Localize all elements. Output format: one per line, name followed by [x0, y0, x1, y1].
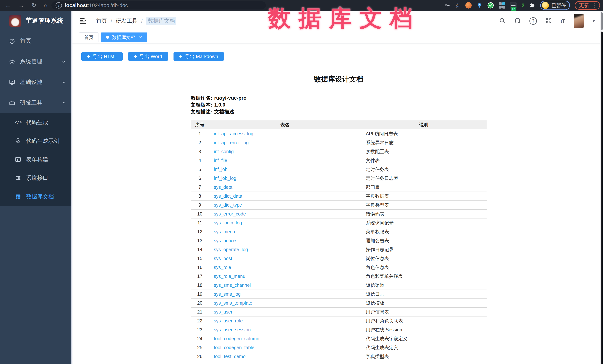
breadcrumb-separator: /: [141, 18, 143, 24]
url-bar[interactable]: i localhost:1024/tool/db-doc: [51, 1, 266, 10]
breadcrumb-home[interactable]: 首页: [96, 17, 107, 25]
export-markdown-button[interactable]: + 导出 Markdown: [174, 52, 224, 61]
table-name-link[interactable]: sys_role: [214, 265, 231, 270]
sidebar-item-home[interactable]: 首页: [0, 31, 72, 51]
extension-orange-icon[interactable]: [465, 2, 472, 9]
breadcrumb-current: 数据库文档: [146, 17, 176, 25]
table-name-link[interactable]: sys_sms_log: [214, 291, 241, 297]
table-name-link[interactable]: sys_dict_type: [214, 202, 242, 208]
table-name-link[interactable]: sys_menu: [214, 229, 235, 234]
page-scrollbar[interactable]: [600, 11, 603, 364]
col-header-name: 表名: [209, 120, 361, 129]
user-avatar[interactable]: [574, 14, 584, 28]
browser-reload-icon[interactable]: ↻: [32, 0, 36, 11]
export-word-button[interactable]: + 导出 Word: [128, 52, 168, 61]
font-size-icon[interactable]: tT: [561, 18, 565, 24]
profile-emoji-avatar: [542, 2, 549, 9]
table-name-link[interactable]: sys_login_log: [214, 220, 242, 225]
sidebar-item-label: 基础设施: [20, 78, 42, 86]
sidebar-item-infra[interactable]: 基础设施: [0, 72, 72, 92]
table-name-link[interactable]: sys_dept: [214, 185, 232, 190]
table-name-link[interactable]: sys_user_session: [214, 327, 251, 332]
table-row: 25 tool_codegen_table 代码生成表定义: [191, 343, 487, 352]
table-name-link[interactable]: inf_config: [214, 149, 234, 154]
table-desc: 菜单权限表: [361, 227, 487, 236]
table-name-link[interactable]: sys_sms_channel: [214, 283, 251, 288]
extension-2-icon[interactable]: 2: [522, 2, 525, 9]
extension-list-icon[interactable]: on: [510, 2, 517, 9]
sidebar-item-db-doc[interactable]: 数据库文档: [0, 187, 72, 206]
table-name-link[interactable]: inf_api_access_log: [214, 131, 253, 136]
table-row: 23 sys_user_session 用户在线 Session: [191, 325, 487, 334]
table-name-link[interactable]: sys_post: [214, 256, 232, 261]
browser-forward-icon[interactable]: →: [18, 0, 24, 11]
bookmark-star-icon[interactable]: ☆: [455, 2, 461, 9]
table-name-link[interactable]: sys_sms_template: [214, 300, 252, 306]
chevron-up-icon: [61, 100, 66, 105]
browser-update-button[interactable]: 更新 ⋮: [575, 1, 600, 10]
sidebar-collapse-icon[interactable]: [79, 17, 87, 25]
sidebar-item-api[interactable]: 系统接口: [0, 169, 72, 187]
table-name-link[interactable]: inf_job_log: [214, 176, 236, 181]
extension-check-icon[interactable]: [487, 2, 494, 9]
scrollbar-thumb[interactable]: [601, 32, 603, 364]
tag-db-doc[interactable]: 数据库文档 ✕: [101, 33, 147, 42]
table-name-link[interactable]: sys_operate_log: [214, 247, 248, 252]
row-index: 9: [191, 201, 209, 210]
tags-view-bar: 首页 数据库文档 ✕: [72, 31, 603, 44]
table-name-link[interactable]: inf_api_error_log: [214, 140, 249, 145]
row-index: 25: [191, 343, 209, 352]
site-info-icon[interactable]: i: [56, 2, 62, 9]
extensions-puzzle-icon[interactable]: [529, 2, 535, 8]
table-name-link[interactable]: sys_error_code: [214, 211, 246, 216]
close-icon[interactable]: ✕: [139, 35, 142, 40]
table-name-link[interactable]: sys_notice: [214, 238, 236, 243]
breadcrumb-devtools[interactable]: 研发工具: [116, 17, 138, 25]
table-name-link[interactable]: sys_user_role: [214, 318, 243, 323]
table-desc: 字典数据表: [361, 192, 487, 201]
row-index: 1: [191, 129, 209, 138]
sidebar-item-form-builder[interactable]: 表单构建: [0, 150, 72, 169]
help-icon[interactable]: ?: [529, 17, 537, 25]
sidebar-menu: 首页 系统管理 基础设施: [0, 31, 72, 206]
github-icon[interactable]: [514, 17, 521, 25]
browser-back-icon[interactable]: ←: [5, 0, 11, 11]
table-name-link[interactable]: tool_codegen_column: [214, 336, 259, 341]
sidebar-item-label: 代码生成: [26, 119, 48, 126]
table-row: 12 sys_menu 菜单权限表: [191, 227, 487, 236]
table-name-link[interactable]: sys_user: [214, 309, 232, 314]
app-logo-row[interactable]: 芋道管理系统: [0, 11, 72, 31]
table-name-link[interactable]: inf_job: [214, 167, 228, 172]
avatar-caret-icon[interactable]: ▾: [592, 18, 595, 23]
table-name-link[interactable]: tool_test_demo: [214, 354, 246, 359]
row-index: 20: [191, 299, 209, 308]
browser-home-icon[interactable]: ⌂: [44, 0, 47, 11]
fullscreen-icon[interactable]: [545, 17, 552, 25]
row-index: 7: [191, 183, 209, 192]
table-row: 14 sys_operate_log 操作日志记录: [191, 245, 487, 254]
browser-profile-chip[interactable]: 已暂停: [540, 1, 570, 10]
table-name-link[interactable]: sys_role_menu: [214, 274, 245, 279]
sidebar-item-devtools[interactable]: 研发工具: [0, 92, 72, 113]
on-badge: on: [511, 7, 516, 11]
table-desc: 用户和角色关联表: [361, 317, 487, 325]
row-index: 3: [191, 147, 209, 156]
sidebar-item-codegen-demo[interactable]: 代码生成示例: [0, 132, 72, 150]
table-name-link[interactable]: sys_dict_data: [214, 193, 242, 199]
breadcrumb: 首页 / 研发工具 / 数据库文档: [96, 17, 176, 25]
browser-menu-icon[interactable]: ⋮: [592, 2, 598, 9]
table-row: 21 sys_user 用户信息表: [191, 308, 487, 317]
table-name-link[interactable]: inf_file: [214, 158, 227, 163]
export-html-button[interactable]: + 导出 HTML: [81, 52, 123, 61]
table-name-link[interactable]: tool_codegen_table: [214, 345, 254, 350]
table-row: 7 sys_dept 部门表: [191, 183, 487, 192]
extension-grid-icon[interactable]: [499, 2, 505, 9]
search-icon[interactable]: [499, 17, 506, 25]
extension-pin-icon[interactable]: [476, 2, 482, 8]
sidebar-item-system[interactable]: 系统管理: [0, 51, 72, 72]
db-name-label: 数据库名:: [191, 95, 212, 101]
password-key-icon[interactable]: [444, 2, 450, 8]
tag-home[interactable]: 首页: [79, 33, 98, 42]
sidebar-item-codegen[interactable]: </> 代码生成: [0, 113, 72, 132]
table-row: 5 inf_job 定时任务表: [191, 165, 487, 174]
